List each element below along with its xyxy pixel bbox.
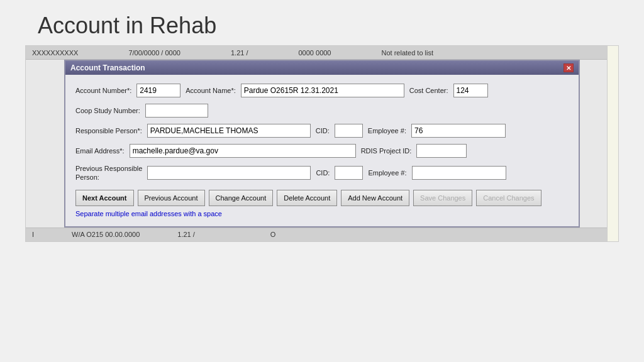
dialog-body: Account Number*: Account Name*: Cost Cen… [65,75,579,226]
bottombar-col3: 1.21 / [177,231,195,238]
email-input[interactable] [130,144,356,158]
row-email: Email Address*: RDIS Project ID: [75,144,569,158]
account-number-label: Account Number*: [75,87,131,94]
prev-emp-label: Employee #: [368,169,406,177]
bottom-bar: I W/A O215 00.00.0000 1.21 / O [26,228,618,241]
responsible-person-input[interactable] [147,124,311,138]
change-account-button[interactable]: Change Account [209,190,274,206]
dialog-close-button[interactable]: ✕ [564,63,574,72]
email-label: Email Address*: [75,147,125,155]
bottombar-col1: I [32,231,34,238]
topbar-col2: 7/00/0000 / 0000 [128,49,180,57]
cost-center-input[interactable] [453,84,488,97]
dialog-title: Account Transaction [70,63,145,72]
topbar-col5: Not related to list [381,49,433,57]
prev-emp-input[interactable] [412,166,506,180]
account-name-label: Account Name*: [186,87,235,94]
account-number-input[interactable] [136,84,180,97]
add-new-account-button[interactable]: Add New Account [341,190,409,206]
topbar-col4: 0000 0000 [298,49,331,57]
bottombar-col2: W/A O215 00.00.0000 [72,231,140,238]
email-hint: Separate multiple email addresses with a… [75,210,569,217]
cancel-changes-button[interactable]: Cancel Changes [476,190,541,206]
employee-input[interactable] [411,124,506,138]
top-bar: XXXXXXXXXX 7/00/0000 / 0000 1.21 / 0000 … [26,46,618,60]
delete-account-button[interactable]: Delete Account [277,190,337,206]
row-coop-study: Coop Study Number: [75,104,569,118]
rdis-input[interactable] [416,144,467,158]
cid-label: CID: [316,127,330,134]
page-title: Account in Rehab [0,0,644,45]
account-name-input[interactable] [241,84,404,97]
coop-study-input[interactable] [145,104,208,118]
responsible-person-label: Responsible Person*: [75,127,142,134]
coop-study-label: Coop Study Number: [75,107,140,114]
topbar-col1: XXXXXXXXXX [32,49,78,57]
row-account-info: Account Number*: Account Name*: Cost Cen… [75,84,569,97]
cid-input[interactable] [335,124,363,138]
prev-cid-label: CID: [316,169,330,177]
bottombar-col5: O [270,231,276,238]
employee-label: Employee #: [368,127,406,134]
cost-center-label: Cost Center: [409,87,448,94]
topbar-col3: 1.21 / [231,49,248,57]
prev-cid-input[interactable] [335,166,363,180]
row-responsible-person: Responsible Person*: CID: Employee #: [75,124,569,138]
right-scroll-panel [607,46,618,241]
save-changes-button[interactable]: Save Changes [413,190,472,206]
previous-account-button[interactable]: Previous Account [138,190,205,206]
row-prev-responsible: Previous ResponsiblePerson: CID: Employe… [75,164,569,182]
account-transaction-dialog: Account Transaction ✕ Account Number*: A… [64,60,580,228]
dialog-titlebar: Account Transaction ✕ [65,61,579,75]
next-account-button[interactable]: Next Account [75,190,134,206]
main-area: XXXXXXXXXX 7/00/0000 / 0000 1.21 / 0000 … [25,45,619,242]
prev-resp-label: Previous ResponsiblePerson: [75,164,142,182]
rdis-label: RDIS Project ID: [361,147,412,155]
button-row: Next Account Previous Account Change Acc… [75,190,569,206]
prev-resp-input[interactable] [147,166,311,180]
